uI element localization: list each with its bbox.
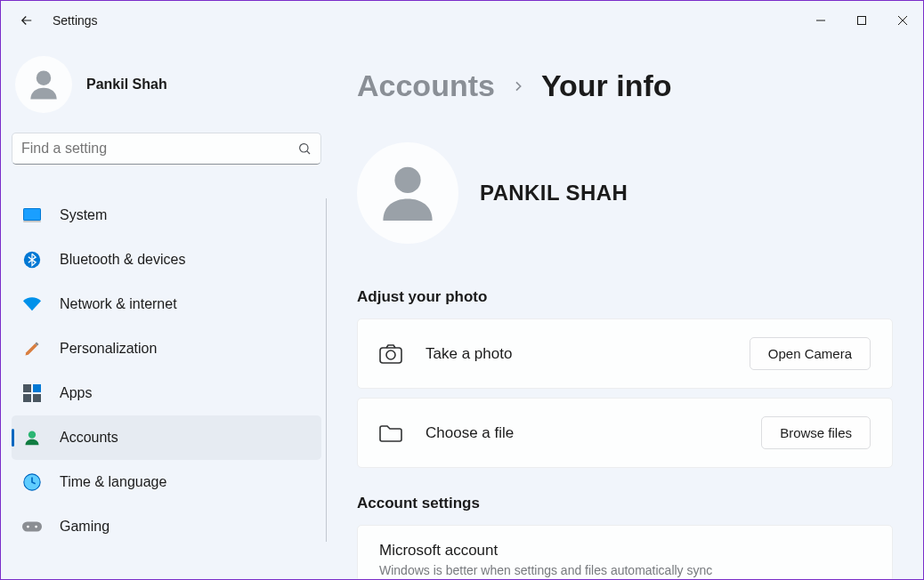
breadcrumb-current: Your info (541, 68, 672, 103)
profile-header: PANKIL SHAH (357, 142, 893, 244)
sidebar-item-label: System (60, 207, 107, 223)
search-box[interactable] (12, 133, 321, 165)
profile-avatar (357, 142, 458, 244)
sidebar-item-personalization[interactable]: Personalization (12, 326, 321, 371)
avatar (15, 56, 72, 113)
window-title: Settings (53, 13, 98, 28)
section-title-photo: Adjust your photo (357, 288, 893, 306)
sidebar-item-network[interactable]: Network & internet (12, 282, 321, 326)
breadcrumb-parent[interactable]: Accounts (357, 68, 495, 103)
maximize-icon (856, 15, 867, 26)
sidebar-item-label: Bluetooth & devices (60, 252, 185, 268)
svg-rect-1 (858, 17, 866, 25)
svg-point-19 (27, 526, 29, 528)
search-input[interactable] (21, 141, 297, 157)
content: Pankil Shah System Bluetooth & devices (1, 40, 923, 579)
maximize-button[interactable] (841, 1, 882, 40)
sidebar-item-system[interactable]: System (12, 193, 321, 238)
bluetooth-icon (22, 250, 42, 270)
camera-icon (379, 342, 402, 366)
sidebar-user[interactable]: Pankil Shah (12, 51, 323, 133)
sidebar-item-time-language[interactable]: Time & language (12, 460, 321, 504)
sidebar-item-apps[interactable]: Apps (12, 371, 321, 415)
person-icon (373, 158, 442, 228)
nav-divider (326, 198, 327, 542)
search-icon (297, 141, 312, 156)
sidebar-item-gaming[interactable]: Gaming (12, 504, 321, 549)
sidebar: Pankil Shah System Bluetooth & devices (1, 40, 323, 579)
svg-point-4 (36, 70, 52, 85)
apps-icon (22, 383, 42, 403)
ms-account-subtitle: Windows is better when settings and file… (379, 563, 871, 577)
svg-rect-11 (23, 384, 31, 392)
open-camera-button[interactable]: Open Camera (750, 337, 871, 370)
sidebar-item-label: Personalization (60, 341, 157, 357)
choose-file-label: Choose a file (426, 424, 738, 442)
svg-point-15 (28, 431, 36, 439)
svg-point-5 (300, 144, 308, 152)
sidebar-item-label: Network & internet (60, 296, 177, 312)
sidebar-user-name: Pankil Shah (86, 77, 167, 93)
browse-files-button[interactable]: Browse files (761, 416, 871, 449)
gamepad-icon (22, 517, 42, 536)
svg-point-23 (386, 350, 395, 359)
profile-name: PANKIL SHAH (480, 181, 628, 205)
svg-rect-9 (23, 221, 41, 222)
close-button[interactable] (882, 1, 923, 40)
svg-rect-13 (23, 394, 31, 402)
svg-rect-8 (24, 209, 40, 220)
accounts-icon (22, 428, 42, 447)
take-photo-label: Take a photo (426, 345, 726, 363)
sidebar-item-label: Gaming (60, 519, 109, 535)
breadcrumb: Accounts Your info (357, 68, 893, 103)
window-controls (800, 1, 923, 40)
sidebar-item-bluetooth[interactable]: Bluetooth & devices (12, 238, 321, 282)
take-photo-card: Take a photo Open Camera (357, 318, 893, 389)
main-content: Accounts Your info PANKIL SHAH Adjust yo… (323, 40, 923, 579)
paintbrush-icon (22, 339, 42, 358)
sidebar-item-accounts[interactable]: Accounts (12, 415, 321, 460)
section-title-account: Account settings (357, 495, 893, 512)
chevron-right-icon (511, 79, 525, 93)
svg-rect-18 (22, 522, 42, 532)
ms-account-title: Microsoft account (379, 542, 871, 560)
person-icon (24, 65, 63, 104)
titlebar: Settings (1, 1, 923, 40)
back-button[interactable] (13, 7, 40, 34)
wifi-icon (22, 294, 42, 314)
arrow-left-icon (19, 12, 35, 28)
nav-list: System Bluetooth & devices Network & int… (12, 193, 321, 549)
svg-point-21 (394, 167, 420, 193)
folder-icon (379, 422, 402, 445)
minimize-button[interactable] (800, 1, 841, 40)
svg-rect-14 (33, 394, 41, 402)
sidebar-item-label: Accounts (60, 430, 118, 446)
minimize-icon (815, 15, 826, 26)
sidebar-item-label: Time & language (60, 474, 166, 490)
system-icon (22, 205, 42, 225)
svg-rect-12 (33, 384, 41, 392)
clock-globe-icon (22, 472, 42, 492)
svg-point-20 (35, 526, 37, 528)
microsoft-account-card[interactable]: Microsoft account Windows is better when… (357, 525, 893, 579)
close-icon (897, 15, 908, 26)
sidebar-item-label: Apps (60, 385, 92, 401)
choose-file-card: Choose a file Browse files (357, 398, 893, 468)
svg-line-6 (307, 151, 310, 154)
